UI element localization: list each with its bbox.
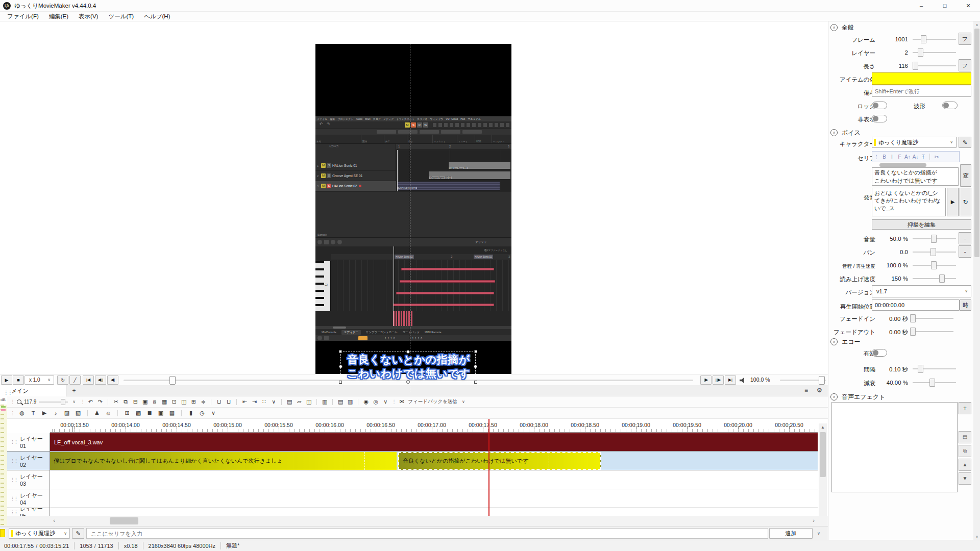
layer-header-05[interactable]: ⋮⋮レイヤー 05 (7, 508, 50, 516)
menu-item-0[interactable]: ファイル(F) (2, 12, 44, 21)
zoom-icon[interactable] (17, 399, 21, 404)
character-edit-button[interactable]: ✎ (72, 528, 84, 539)
character-select[interactable]: ゆっくり魔理沙 ∨ (9, 528, 70, 539)
serif-input[interactable] (86, 528, 768, 539)
layer-slider-thumb[interactable] (918, 48, 923, 57)
scroll-up-icon[interactable]: ▲ (819, 423, 827, 431)
more2-icon[interactable]: ∨ (382, 398, 389, 405)
serif-clip-selected[interactable]: 音良くないとかの指摘がこわいわけでは無いです (398, 452, 601, 470)
menu-icon[interactable]: ≡ (804, 387, 808, 394)
close-button[interactable]: ✕ (957, 0, 980, 12)
character-icon[interactable]: ♟ (93, 410, 101, 416)
template-icon[interactable]: ⊞ (124, 410, 131, 416)
timeline-hscrollbar[interactable]: ‹ › (7, 516, 828, 526)
fx-up-icon[interactable]: ▲ (959, 459, 971, 471)
play-button[interactable]: ▶ (1, 375, 12, 385)
section-audio-effects[interactable]: ∧音声エフェクト (830, 393, 885, 401)
more-icon[interactable]: ∨ (210, 410, 217, 416)
save-icon[interactable]: ◫ (305, 398, 312, 405)
fadeout-slider-thumb[interactable] (910, 328, 916, 336)
note-input[interactable] (872, 86, 971, 97)
gear-icon[interactable]: ⚙ (817, 387, 822, 394)
image-icon[interactable]: ▨ (63, 410, 70, 416)
vscrollbar-thumb[interactable] (820, 432, 826, 477)
align-icon[interactable]: ≑ (200, 398, 207, 405)
scroll-right-icon[interactable]: › (810, 516, 818, 526)
hidden-toggle[interactable] (872, 115, 887, 122)
character-dropdown[interactable]: ゆっくり魔理沙 ∨ (872, 137, 957, 148)
voice-settings-button[interactable]: ✎ (959, 137, 971, 148)
undo-icon[interactable]: ↶ (87, 398, 94, 405)
paste-special-icon[interactable]: ▣ (141, 398, 149, 405)
length-slider[interactable] (913, 65, 956, 66)
chevron-down-icon[interactable]: ∨ (70, 399, 78, 404)
voice-play-button[interactable]: ▶ (947, 188, 959, 216)
mosaic-icon[interactable]: ▦ (168, 410, 176, 416)
maximize-button[interactable]: □ (933, 0, 957, 12)
layer-header-02[interactable]: ⋮⋮レイヤー 02 (7, 452, 50, 470)
fx-copy-icon[interactable]: ⧉ (959, 445, 971, 457)
version-dropdown[interactable]: v1.7 ∨ (872, 285, 971, 297)
play-start-input[interactable]: 00:00:00.00 (872, 299, 960, 311)
timeline-playhead[interactable] (488, 419, 489, 516)
echo-interval-thumb[interactable] (918, 365, 923, 373)
volume-slider[interactable] (913, 238, 956, 239)
timeline-zoom-slider[interactable] (39, 402, 68, 403)
pan-minus-button[interactable]: - (959, 245, 971, 258)
frame-icon[interactable]: ▣ (157, 410, 164, 416)
video-icon[interactable]: ▶ (41, 410, 48, 416)
echo-decay-thumb[interactable] (929, 379, 935, 387)
length-slider-thumb[interactable] (913, 62, 918, 70)
volume-minus-button[interactable]: - (959, 232, 971, 244)
pan-slider[interactable] (913, 252, 956, 253)
redo-icon[interactable]: ↷ (96, 398, 104, 405)
more-icon[interactable]: ∨ (270, 398, 277, 405)
layer-track-02[interactable]: 僕はプロでもなんでもないし音に関してはあんまり細かく言いたくないんで次行きましょ… (50, 452, 818, 470)
capture-icon[interactable]: ◉ (362, 398, 370, 405)
collapse-icon[interactable]: ∧ (830, 129, 838, 136)
keyframe-button[interactable]: ╱ (69, 375, 81, 385)
split-icon[interactable]: ◫ (180, 398, 187, 405)
replace-icon[interactable]: ▦ (161, 398, 168, 405)
font-size-up-icon[interactable]: A↑ (904, 154, 911, 160)
audio-effects-list[interactable] (831, 402, 958, 492)
layout-icon[interactable]: ▥ (321, 398, 328, 405)
pitch-slider[interactable] (913, 265, 956, 266)
split-icon[interactable]: ✂ (934, 154, 939, 160)
lock-icon[interactable]: ⊡ (170, 398, 178, 405)
fx-save-icon[interactable]: ▤ (959, 431, 971, 443)
scroll-left-icon[interactable]: ‹ (50, 516, 58, 526)
add-tab-button[interactable]: + (69, 386, 79, 395)
comment-icon[interactable]: ◍ (18, 410, 26, 416)
frame-slider[interactable] (913, 39, 956, 40)
duplicate-icon[interactable]: ⧇ (151, 398, 158, 405)
menu-item-3[interactable]: ツール(T) (103, 12, 139, 21)
snap-icon[interactable]: ∷ (260, 398, 267, 405)
seek-slider-thumb[interactable] (169, 376, 176, 385)
intonation-edit-button[interactable]: 抑揚を編集 (872, 219, 971, 230)
wait-icon[interactable]: ◷ (199, 410, 206, 416)
speaker-icon[interactable] (740, 378, 746, 383)
section-general[interactable]: ∧全般 (830, 23, 854, 32)
echo-enabled-toggle[interactable] (872, 349, 887, 357)
tab-main[interactable]: ⋮⋮メイン (0, 385, 66, 396)
minimize-button[interactable]: – (910, 0, 933, 12)
drag-handle-icon[interactable]: ⋮ (874, 154, 879, 160)
volume-slider[interactable] (780, 380, 826, 381)
volume-slider-thumb[interactable] (931, 235, 937, 243)
inspector-scrollbar-thumb[interactable] (974, 29, 979, 257)
doc-copy-icon[interactable]: ▥ (347, 398, 354, 405)
delete-icon[interactable]: ⊔ (215, 398, 223, 405)
hscrollbar-thumb[interactable] (110, 517, 138, 524)
move-end-icon[interactable]: ⇥ (251, 398, 258, 405)
add-file-icon[interactable]: ▤ (286, 398, 293, 405)
layer-track-05[interactable] (50, 508, 818, 516)
fadein-slider-thumb[interactable] (910, 314, 916, 322)
font-icon[interactable]: F (897, 154, 902, 160)
rate-slider[interactable] (913, 278, 956, 279)
collapse-icon[interactable]: ∧ (830, 393, 838, 400)
face-icon[interactable]: ☺ (105, 410, 112, 416)
italic-icon[interactable]: I (889, 154, 895, 160)
scroll-down-icon[interactable]: ∨ (973, 533, 980, 540)
stop-button[interactable]: ■ (13, 375, 24, 385)
